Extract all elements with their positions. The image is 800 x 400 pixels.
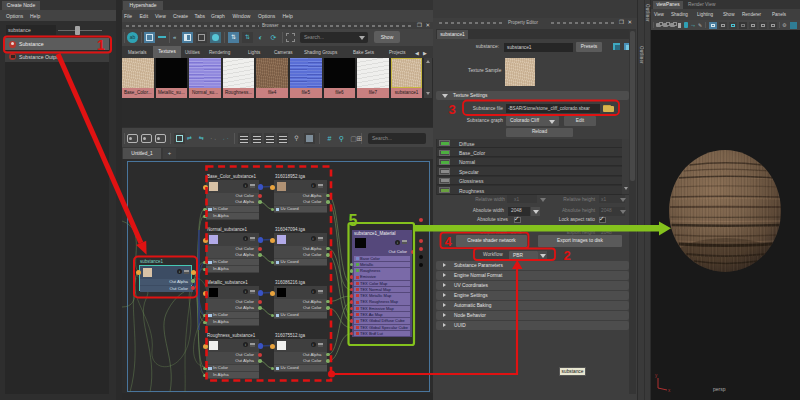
svg-text:x: x	[668, 388, 671, 392]
svg-text:y: y	[655, 373, 658, 378]
